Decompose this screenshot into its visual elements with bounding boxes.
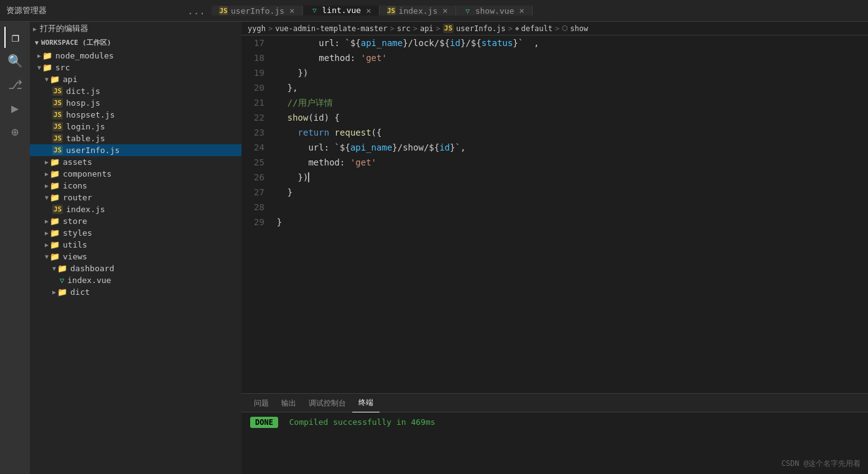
tree-item-styles[interactable]: ▶📁styles xyxy=(30,227,241,239)
js-tab-icon: JS xyxy=(387,6,396,15)
tree-item-components[interactable]: ▶📁components xyxy=(30,168,241,180)
tab-close-icon[interactable]: × xyxy=(366,6,371,15)
code-token: }`, xyxy=(450,140,465,155)
folder-icon: 📁 xyxy=(57,264,67,273)
code-line xyxy=(277,200,868,215)
tree-item-label: api xyxy=(63,75,77,84)
line-number: 18 xyxy=(254,50,264,65)
vue-file-icon: ▽ xyxy=(60,276,64,285)
breadcrumb-separator: > xyxy=(390,24,394,33)
more-options-icon[interactable]: ... xyxy=(187,5,205,17)
code-editor[interactable]: 17181920212223242526272829 url: `${api_n… xyxy=(241,35,868,393)
line-number: 17 xyxy=(254,35,264,50)
panel-tabs: 问题输出调试控制台终端 xyxy=(241,394,868,412)
code-token: status xyxy=(482,35,513,50)
chevron-right-icon: ▶ xyxy=(45,170,49,177)
code-token: } xyxy=(403,35,408,50)
tree-item-label: router xyxy=(63,193,92,202)
debug-icon[interactable]: ▶ xyxy=(4,98,26,119)
line-number: 20 xyxy=(254,80,264,95)
tab-close-icon[interactable]: × xyxy=(519,6,524,15)
done-badge: DONE xyxy=(250,417,278,428)
explorer-icon[interactable]: ❐ xyxy=(4,27,26,48)
code-token: request xyxy=(335,125,371,140)
line-number: 21 xyxy=(254,95,264,110)
open-editors-header[interactable]: ▶ 打开的编辑器 xyxy=(30,22,241,35)
tree-item-src[interactable]: ▼📁src xyxy=(30,62,241,73)
panel-tab-输出[interactable]: 输出 xyxy=(275,394,302,412)
code-line: url: `${api_name}/show/${id}`, xyxy=(277,140,868,155)
tree-item-label: components xyxy=(63,169,111,179)
git-icon[interactable]: ⎇ xyxy=(4,74,26,95)
breadcrumb-icon: ⬡ xyxy=(562,24,568,32)
tab-show[interactable]: ▽show.vue× xyxy=(456,6,533,16)
tree-item-api[interactable]: ▼📁api xyxy=(30,73,241,85)
tree-item-dict-js[interactable]: JSdict.js xyxy=(30,85,241,97)
tree-item-label: styles xyxy=(63,228,92,238)
sidebar-title-area: 资源管理器 ... xyxy=(0,5,212,17)
panel-tab-问题[interactable]: 问题 xyxy=(248,394,275,412)
breadcrumb-separator: > xyxy=(413,24,418,33)
tree-item-node_modules[interactable]: ▶📁node_modules xyxy=(30,50,241,62)
sidebar: ▶ 打开的编辑器 ▼ WORKSPACE (工作区) ▶📁node_module… xyxy=(30,22,241,474)
title-bar: 资源管理器 ... JSuserInfo.js×▽lint.vue×JSinde… xyxy=(0,0,868,22)
tree-item-router[interactable]: ▼📁router xyxy=(30,192,241,203)
tab-label: userInfo.js xyxy=(231,6,284,16)
tree-item-index-js[interactable]: JSindex.js xyxy=(30,203,241,215)
js-file-icon: JS xyxy=(52,146,63,155)
tree-item-label: dict.js xyxy=(66,86,100,96)
breadcrumb-text: default xyxy=(521,24,553,33)
tab-index[interactable]: JSindex.js× xyxy=(380,6,456,16)
tab-userInfo[interactable]: JSuserInfo.js× xyxy=(212,6,303,16)
main-area: ❐ 🔍 ⎇ ▶ ⊕ ▶ 打开的编辑器 ▼ WORKSPACE (工作区) ▶📁n… xyxy=(0,22,868,474)
code-token: url: xyxy=(277,140,335,155)
chevron-right-icon: ▶ xyxy=(45,241,49,248)
code-line: method: 'get' xyxy=(277,155,868,170)
code-token: method: xyxy=(277,50,361,65)
tree-item-index-vue[interactable]: ▽index.vue xyxy=(30,274,241,286)
chevron-right-icon: ▶ xyxy=(45,218,49,225)
tree-item-label: hospset.js xyxy=(66,110,114,119)
vue-tab-icon: ▽ xyxy=(310,6,319,15)
tree-item-hospset-js[interactable]: JShospset.js xyxy=(30,109,241,121)
code-token: //用户详情 xyxy=(277,95,333,110)
tree-item-table-js[interactable]: JStable.js xyxy=(30,132,241,144)
folder-icon: 📁 xyxy=(50,193,60,202)
tree-item-userInfo-js[interactable]: JSuserInfo.js xyxy=(30,144,241,156)
tree-item-dashboard[interactable]: ▼📁dashboard xyxy=(30,263,241,274)
code-line: }) xyxy=(277,170,868,185)
search-icon[interactable]: 🔍 xyxy=(4,50,26,72)
panel-tab-终端[interactable]: 终端 xyxy=(352,393,380,412)
tab-close-icon[interactable]: × xyxy=(442,6,447,15)
folder-icon: 📁 xyxy=(50,169,60,179)
code-token: ` xyxy=(345,35,350,50)
tree-item-dict[interactable]: ▶📁dict xyxy=(30,286,241,298)
tree-item-icons[interactable]: ▶📁icons xyxy=(30,180,241,192)
code-token: 'get' xyxy=(361,50,387,65)
tree-item-store[interactable]: ▶📁store xyxy=(30,215,241,227)
folder-icon: 📁 xyxy=(50,240,60,249)
code-token: id xyxy=(450,35,460,50)
tree-item-utils[interactable]: ▶📁utils xyxy=(30,239,241,251)
chevron-down-icon: ▼ xyxy=(45,76,49,83)
tab-close-icon[interactable]: × xyxy=(289,6,294,15)
code-token xyxy=(277,125,298,140)
tab-lint[interactable]: ▽lint.vue× xyxy=(303,6,380,16)
code-token: } xyxy=(277,185,292,200)
tree-item-hosp-js[interactable]: JShosp.js xyxy=(30,97,241,109)
code-token: (id) { xyxy=(308,110,340,125)
folder-icon: 📁 xyxy=(50,157,60,167)
terminal-content: DONE Compiled successfully in 469ms xyxy=(241,412,868,474)
tree-item-views[interactable]: ▼📁views xyxy=(30,251,241,263)
tabs-area: JSuserInfo.js×▽lint.vue×JSindex.js×▽show… xyxy=(212,6,868,16)
breadcrumb-separator: > xyxy=(508,24,513,33)
tree-item-assets[interactable]: ▶📁assets xyxy=(30,156,241,168)
folder-icon: 📁 xyxy=(50,75,60,84)
extensions-icon[interactable]: ⊕ xyxy=(4,121,26,142)
tree-item-login-js[interactable]: JSlogin.js xyxy=(30,121,241,132)
code-token: } xyxy=(277,215,282,230)
tree-item-label: icons xyxy=(63,181,87,190)
tree-item-label: login.js xyxy=(66,122,105,131)
panel-tab-调试控制台[interactable]: 调试控制台 xyxy=(302,394,352,412)
workspace-section[interactable]: ▼ WORKSPACE (工作区) xyxy=(30,35,241,50)
